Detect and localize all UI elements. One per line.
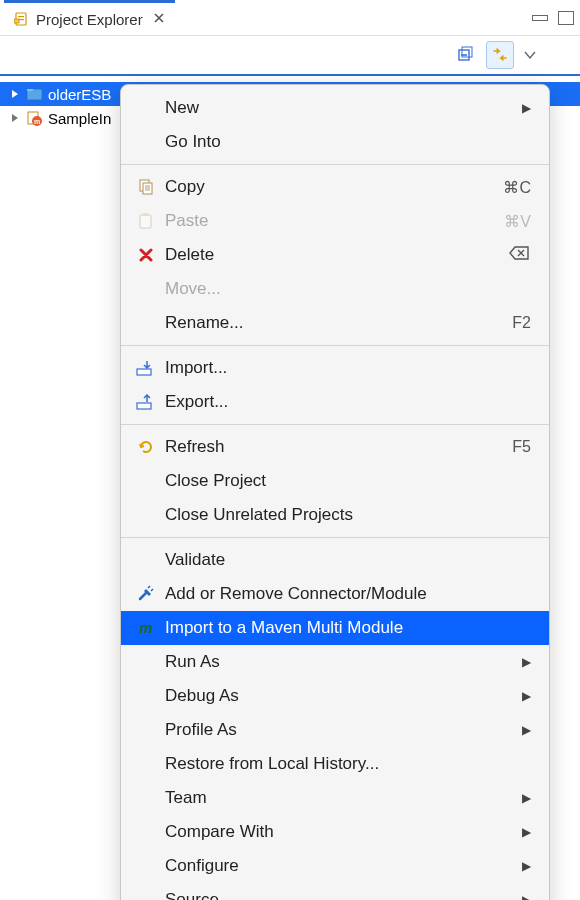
menu-separator (121, 345, 549, 346)
svg-rect-12 (140, 215, 151, 228)
connector-icon (135, 584, 157, 604)
menu-copy[interactable]: Copy ⌘C (121, 170, 549, 204)
maven-icon: m (135, 618, 157, 638)
view-menu-dropdown[interactable] (520, 50, 540, 60)
menu-close-project[interactable]: Close Project (121, 464, 549, 498)
delete-icon (135, 245, 157, 265)
menu-export[interactable]: Export... (121, 385, 549, 419)
view-tabbar: Project Explorer (0, 0, 580, 36)
menu-restore-history[interactable]: Restore from Local History... (121, 747, 549, 781)
import-icon (135, 358, 157, 378)
menu-source[interactable]: Source ▶ (121, 883, 549, 900)
submenu-arrow-icon: ▶ (522, 825, 531, 839)
menu-run-as[interactable]: Run As ▶ (121, 645, 549, 679)
svg-rect-15 (137, 403, 151, 409)
project-explorer-icon (14, 11, 30, 27)
tab-project-explorer[interactable]: Project Explorer (4, 0, 175, 35)
submenu-arrow-icon: ▶ (522, 893, 531, 900)
menu-configure[interactable]: Configure ▶ (121, 849, 549, 883)
svg-text:m: m (34, 118, 40, 125)
menu-separator (121, 164, 549, 165)
tree-item-label: olderESB (48, 86, 111, 103)
link-editor-button[interactable] (486, 41, 514, 69)
menu-delete[interactable]: Delete (121, 238, 549, 272)
menu-separator (121, 537, 549, 538)
menu-debug-as[interactable]: Debug As ▶ (121, 679, 549, 713)
menu-rename[interactable]: Rename... F2 (121, 306, 549, 340)
submenu-arrow-icon: ▶ (522, 859, 531, 873)
minimize-view-button[interactable] (532, 15, 548, 21)
menu-compare-with[interactable]: Compare With ▶ (121, 815, 549, 849)
menu-new[interactable]: New ▶ (121, 91, 549, 125)
submenu-arrow-icon: ▶ (522, 689, 531, 703)
folder-icon (26, 85, 44, 103)
menu-import-maven[interactable]: m Import to a Maven Multi Module (121, 611, 549, 645)
tree-item-label: SampleIn (48, 110, 111, 127)
svg-rect-11 (143, 183, 152, 194)
svg-rect-14 (137, 369, 151, 375)
shortcut-label: ⌘V (504, 212, 531, 231)
context-menu: New ▶ Go Into Copy ⌘C Paste ⌘V Delete Mo… (120, 84, 550, 900)
maximize-view-button[interactable] (558, 11, 574, 25)
menu-move: Move... (121, 272, 549, 306)
delete-key-icon (509, 245, 531, 265)
svg-rect-3 (14, 19, 19, 23)
shortcut-label: ⌘C (503, 178, 531, 197)
svg-text:m: m (139, 619, 152, 636)
shortcut-label: F5 (512, 438, 531, 456)
menu-refresh[interactable]: Refresh F5 (121, 430, 549, 464)
menu-import[interactable]: Import... (121, 351, 549, 385)
svg-rect-1 (18, 16, 24, 17)
menu-validate[interactable]: Validate (121, 543, 549, 577)
expand-icon[interactable] (8, 113, 22, 123)
copy-icon (135, 177, 157, 197)
menu-go-into[interactable]: Go Into (121, 125, 549, 159)
menu-add-remove-connector[interactable]: Add or Remove Connector/Module (121, 577, 549, 611)
submenu-arrow-icon: ▶ (522, 655, 531, 669)
collapse-all-button[interactable] (452, 41, 480, 69)
menu-team[interactable]: Team ▶ (121, 781, 549, 815)
shortcut-label: F2 (512, 314, 531, 332)
project-icon: m (26, 109, 44, 127)
submenu-arrow-icon: ▶ (522, 101, 531, 115)
tab-title: Project Explorer (36, 11, 143, 28)
submenu-arrow-icon: ▶ (522, 723, 531, 737)
menu-paste: Paste ⌘V (121, 204, 549, 238)
export-icon (135, 392, 157, 412)
menu-close-unrelated[interactable]: Close Unrelated Projects (121, 498, 549, 532)
blank-icon (135, 98, 157, 118)
window-controls (532, 11, 574, 25)
svg-rect-13 (143, 213, 148, 216)
menu-separator (121, 424, 549, 425)
view-toolbar (0, 36, 580, 76)
refresh-icon (135, 437, 157, 457)
close-icon[interactable] (153, 11, 165, 27)
menu-profile-as[interactable]: Profile As ▶ (121, 713, 549, 747)
expand-icon[interactable] (8, 89, 22, 99)
paste-icon (135, 211, 157, 231)
submenu-arrow-icon: ▶ (522, 791, 531, 805)
